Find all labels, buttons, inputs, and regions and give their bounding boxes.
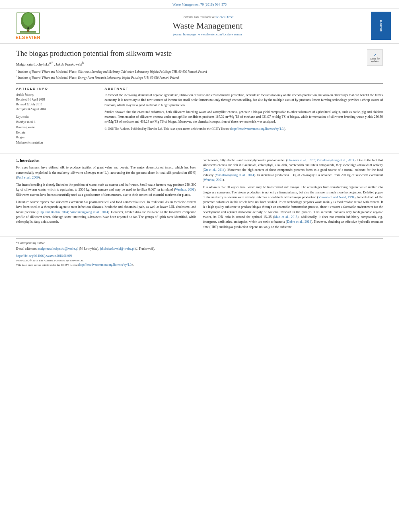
right-logo-box: ELSEVIER [371, 12, 391, 40]
body-para5: It is obvious that all agricultural wast… [203, 185, 383, 230]
article-main: ✓ Check for updates The biogas productio… [0, 44, 399, 150]
body-para3: Literature source reports that silkworm … [16, 200, 196, 224]
ref-mao[interactable]: Mao et al., 2015 [274, 215, 298, 219]
bottom-bar: https://doi.org/10.1016/j.wasman.2018.08… [0, 252, 399, 269]
section1-title: 1. Introduction [16, 158, 196, 164]
svg-point-3 [23, 13, 33, 26]
ref-patil[interactable]: Patil et al., 2009 [17, 176, 39, 179]
abstract-para2: Studies showed that the examined substra… [105, 110, 383, 125]
body-para4: carotenoids, fatty alcohols and sterol g… [203, 158, 383, 183]
body-left-col: 1. Introduction For ages humans have uti… [16, 158, 196, 232]
ref-dobre[interactable]: Dobre et al., 2014 [287, 220, 311, 224]
svg-point-4 [27, 27, 29, 29]
article-title: The biogas production potential from sil… [16, 49, 383, 58]
sciencedirect-line: Contents lists available at ScienceDirec… [48, 15, 367, 19]
ref-uzakova[interactable]: Uzakova et al., 1987; Vimolmangkang et a… [288, 158, 355, 162]
email2-link[interactable]: jakub.frankowski@iwnirz.pl [100, 247, 134, 251]
issn-line: 0956-053X/© 2018 The Authors. Published … [16, 259, 383, 263]
elsevier-wordmark: ELSEVIER [16, 35, 41, 40]
cc-license: © 2018 The Authors. Published by Elsevie… [105, 127, 383, 131]
abstract-col: ABSTRACT In view of the increasing deman… [105, 87, 383, 146]
doi-link[interactable]: https://doi.org/10.1016/j.wasman.2018.08… [16, 254, 72, 258]
ref-viswanath[interactable]: Viswanath and Nand, 1994 [319, 195, 354, 199]
history-label: Article history: [16, 93, 97, 97]
ref-vimol[interactable]: Vimolmangkang et al., 2014 [216, 173, 254, 177]
journal-banner: ELSEVIER Contents lists available at Sci… [0, 8, 399, 44]
affiliation2: b Institute of Natural Fibers and Medici… [16, 75, 383, 80]
abstract-text: In view of the increasing demand of orga… [105, 93, 383, 131]
ref-wenhua[interactable]: Wenhua, 2001 [175, 188, 194, 191]
affiliation1: a Institute of Natural Fibers and Medici… [16, 69, 383, 74]
article-divider [16, 83, 383, 84]
author1-sup: a,* [49, 61, 53, 65]
author2-sup: b [82, 61, 84, 65]
main-content-divider [0, 154, 399, 154]
keywords-label: Keywords: [16, 115, 97, 119]
received-date: Received 16 April 2018 Revised 22 July 2… [16, 97, 97, 112]
article-info-abstract-layout: ARTICLE INFO Article history: Received 1… [16, 87, 383, 146]
keyword-1: Breeding waste [16, 125, 97, 130]
journal-header-text: Waste Management 79 (2018) 564–570 [173, 2, 226, 6]
body-para1: For ages humans have utilized silk to pr… [16, 165, 196, 180]
cc-bottom-link[interactable]: http://creativecommons.org/licenses/by/4… [79, 263, 132, 267]
email1-link[interactable]: malgorzata.lochynska@iwnirz.pl [38, 247, 78, 251]
article-history: Article history: Received 16 April 2018 … [16, 93, 97, 112]
ref-wenhua2[interactable]: Wenhua, 2001 [204, 178, 223, 182]
author1-name: Małgorzata Łochyńska [16, 62, 49, 66]
banner-right: ELSEVIER [367, 12, 391, 40]
body-content: 1. Introduction For ages humans have uti… [0, 158, 399, 232]
journal-header: Waste Management 79 (2018) 564–570 [0, 0, 399, 8]
ref-tulp[interactable]: Tulp and Bohlin, 2004; Vimolmangkang et … [38, 210, 108, 214]
email-note: E-mail addresses: malgorzata.lochynska@i… [16, 246, 383, 251]
keyword-3: Biogas [16, 135, 97, 140]
elsevier-tree-icon [16, 12, 40, 34]
journal-homepage: journal homepage: www.elsevier.com/locat… [48, 33, 367, 36]
authors-line: Małgorzata Łochyńskaa,* , Jakub Frankows… [16, 61, 383, 66]
article-info-label: ARTICLE INFO [16, 87, 97, 90]
abstract-label: ABSTRACT [105, 87, 383, 90]
elsevier-logo-area: ELSEVIER [8, 12, 48, 40]
right-logo-text: ELSEVIER [380, 20, 382, 32]
sciencedirect-link[interactable]: ScienceDirect [216, 15, 234, 19]
check-updates-badge: ✓ Check for updates [367, 49, 383, 66]
keyword-4: Methane fermentation [16, 140, 97, 146]
keyword-2: Excreta [16, 130, 97, 136]
affiliations: a Institute of Natural Fibers and Medici… [16, 69, 383, 80]
footnote-area: * Corresponding author. E-mail addresses… [0, 236, 399, 251]
keywords-section: Keywords: Bombyx mori L. Breeding waste … [16, 115, 97, 146]
abstract-para1: In view of the increasing demand of orga… [105, 93, 383, 108]
author2-name: , Jakub Frankowski [54, 62, 82, 66]
corresponding-author-note: * Corresponding author. [16, 241, 383, 245]
journal-title-banner: Waste Management [48, 21, 367, 31]
cc-link[interactable]: http://creativecommons.org/licenses/by/4… [231, 127, 284, 131]
keyword-0: Bombyx mori L. [16, 120, 97, 125]
oa-line: This is an open access article under the… [16, 263, 383, 267]
body-para2: The insect breeding is closely linked to… [16, 183, 196, 197]
article-info-col: ARTICLE INFO Article history: Received 1… [16, 87, 97, 146]
doi-line: https://doi.org/10.1016/j.wasman.2018.08… [16, 254, 383, 259]
banner-center: Contents lists available at ScienceDirec… [48, 15, 367, 36]
body-right-col: carotenoids, fatty alcohols and sterol g… [203, 158, 383, 232]
ref-xu[interactable]: Xu et al., 2014 [204, 168, 224, 172]
keywords-list: Bombyx mori L. Breeding waste Excreta Bi… [16, 120, 97, 146]
